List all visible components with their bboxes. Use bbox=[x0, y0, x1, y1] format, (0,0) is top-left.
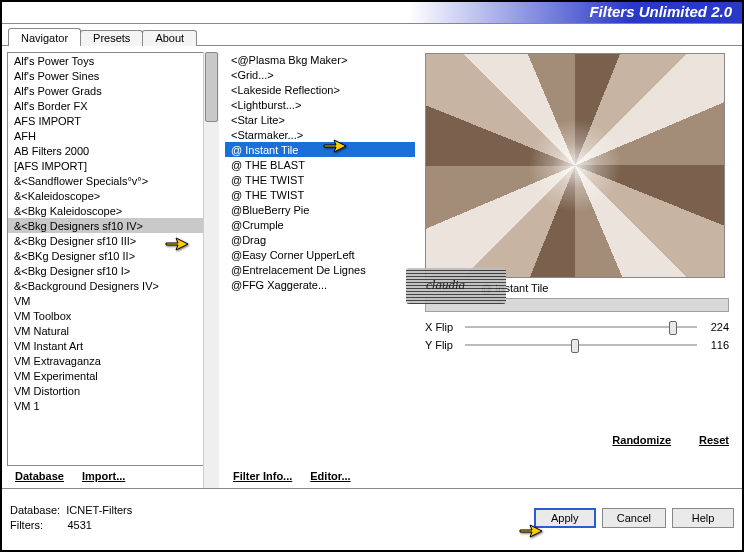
database-button[interactable]: Database bbox=[15, 470, 64, 482]
filter-item[interactable]: @ THE TWIST bbox=[225, 172, 415, 187]
pointer-icon bbox=[518, 520, 544, 540]
filter-item[interactable]: @Drag bbox=[225, 232, 415, 247]
category-item[interactable]: AFS IMPORT bbox=[8, 113, 218, 128]
filter-item[interactable]: <Lightburst...> bbox=[225, 97, 415, 112]
filter-item[interactable]: @ THE TWIST bbox=[225, 187, 415, 202]
category-list[interactable]: Alf's Power ToysAlf's Power SinesAlf's P… bbox=[7, 52, 219, 466]
filter-item[interactable]: <Starmaker...> bbox=[225, 127, 415, 142]
category-item[interactable]: Alf's Power Sines bbox=[8, 68, 218, 83]
filter-item[interactable]: <Lakeside Reflection> bbox=[225, 82, 415, 97]
category-item[interactable]: VM Instant Art bbox=[8, 338, 218, 353]
category-item[interactable]: &<Bkg Designers sf10 IV> bbox=[8, 218, 218, 233]
current-filter-name: @ Instant Tile bbox=[421, 278, 737, 298]
filter-list[interactable]: <@Plasma Bkg Maker><Grid...><Lakeside Re… bbox=[225, 52, 415, 466]
pointer-icon bbox=[322, 135, 348, 155]
import-button[interactable]: Import... bbox=[82, 470, 125, 482]
category-item[interactable]: VM Distortion bbox=[8, 383, 218, 398]
category-item[interactable]: AFH bbox=[8, 128, 218, 143]
tab-navigator[interactable]: Navigator bbox=[8, 28, 81, 46]
category-item[interactable]: VM 1 bbox=[8, 398, 218, 413]
footer: Database: ICNET-Filters Filters: 4531 Ap… bbox=[2, 488, 742, 546]
category-item[interactable]: VM Natural bbox=[8, 323, 218, 338]
tabs: Navigator Presets About bbox=[2, 24, 742, 46]
cancel-button[interactable]: Cancel bbox=[602, 508, 666, 528]
flt-label: Filters: bbox=[10, 519, 43, 531]
db-value: ICNET-Filters bbox=[66, 504, 132, 516]
filter-item[interactable]: @Easy Corner UpperLeft bbox=[225, 247, 415, 262]
category-item[interactable]: &<Bkg Kaleidoscope> bbox=[8, 203, 218, 218]
filterinfo-button[interactable]: Filter Info... bbox=[233, 470, 292, 482]
titlebar: Filters Unlimited 2.0 bbox=[2, 2, 742, 24]
db-label: Database: bbox=[10, 504, 60, 516]
category-item[interactable]: Alf's Power Grads bbox=[8, 83, 218, 98]
reset-button[interactable]: Reset bbox=[699, 434, 729, 446]
slider-x-flip[interactable]: X Flip224 bbox=[421, 318, 737, 336]
category-item[interactable]: Alf's Border FX bbox=[8, 98, 218, 113]
slider-y-flip[interactable]: Y Flip116 bbox=[421, 336, 737, 354]
filter-item[interactable]: <Grid...> bbox=[225, 67, 415, 82]
category-item[interactable]: Alf's Power Toys bbox=[8, 53, 218, 68]
help-button[interactable]: Help bbox=[672, 508, 734, 528]
category-item[interactable]: AB Filters 2000 bbox=[8, 143, 218, 158]
category-item[interactable]: [AFS IMPORT] bbox=[8, 158, 218, 173]
filter-item[interactable]: @BlueBerry Pie bbox=[225, 202, 415, 217]
filter-item[interactable]: @FFG Xaggerate... bbox=[225, 277, 415, 292]
filter-item[interactable]: @ THE BLAST bbox=[225, 157, 415, 172]
filter-item[interactable]: <Star Lite> bbox=[225, 112, 415, 127]
category-item[interactable]: VM Extravaganza bbox=[8, 353, 218, 368]
flt-value: 4531 bbox=[67, 519, 91, 531]
scrollbar[interactable] bbox=[203, 52, 219, 466]
filter-item[interactable]: @Crumple bbox=[225, 217, 415, 232]
editor-button[interactable]: Editor... bbox=[310, 470, 350, 482]
category-item[interactable]: &<Background Designers IV> bbox=[8, 278, 218, 293]
preview-thumbnail bbox=[425, 53, 725, 278]
category-item[interactable]: VM Experimental bbox=[8, 368, 218, 383]
category-item[interactable]: VM Toolbox bbox=[8, 308, 218, 323]
randomize-button[interactable]: Randomize bbox=[612, 434, 671, 446]
tab-about[interactable]: About bbox=[142, 30, 197, 46]
app-title: Filters Unlimited 2.0 bbox=[589, 3, 732, 20]
tab-presets[interactable]: Presets bbox=[80, 30, 143, 46]
progress-bar bbox=[425, 298, 729, 312]
filter-item[interactable]: <@Plasma Bkg Maker> bbox=[225, 52, 415, 67]
category-item[interactable]: &<Kaleidoscope> bbox=[8, 188, 218, 203]
category-item[interactable]: VM bbox=[8, 293, 218, 308]
pointer-icon bbox=[164, 233, 190, 253]
filter-item[interactable]: @Entrelacement De Lignes bbox=[225, 262, 415, 277]
category-item[interactable]: &<Sandflower Specials°v°> bbox=[8, 173, 218, 188]
category-item[interactable]: &<Bkg Designer sf10 I> bbox=[8, 263, 218, 278]
filter-item[interactable]: @ Instant Tile bbox=[225, 142, 415, 157]
